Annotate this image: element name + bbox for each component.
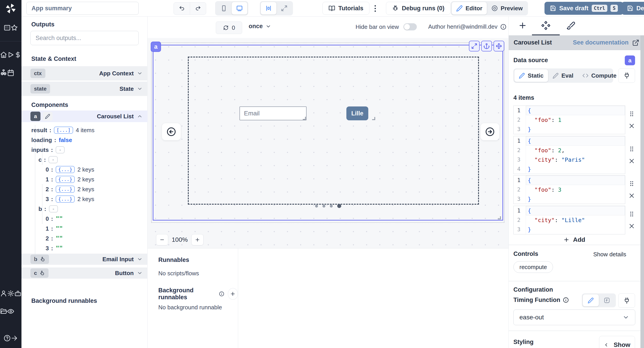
app-summary-input[interactable]: App summary [26, 2, 139, 15]
debug-runs-button[interactable]: Debug runs (0) [386, 2, 450, 15]
line-code[interactable]: } [526, 164, 625, 174]
play-icon[interactable] [7, 51, 14, 58]
star-icon[interactable] [11, 24, 18, 31]
component-badge-a[interactable]: a [30, 112, 40, 121]
mode-static-button[interactable]: Static [514, 69, 548, 82]
carousel-prev-button[interactable] [162, 123, 181, 140]
selected-carousel-component[interactable]: Email Lille [153, 45, 503, 220]
connect-input-button[interactable] [618, 68, 635, 83]
tree-row-3[interactable]: 3:{...}2 keys [46, 194, 94, 204]
component-settings-tab[interactable] [541, 21, 550, 30]
expand-chip[interactable]: {...} [56, 166, 75, 173]
see-documentation-link[interactable]: See documentation [573, 39, 628, 46]
line-code[interactable]: { [526, 206, 625, 216]
center-layout-button[interactable] [261, 2, 276, 14]
editor-tab[interactable]: Editor [452, 2, 487, 14]
hide-bar-toggle[interactable] [404, 23, 417, 30]
carousel-dot-2[interactable] [330, 205, 333, 208]
delete-item-icon[interactable] [628, 223, 635, 229]
resize-handle[interactable] [303, 117, 306, 120]
info-icon[interactable] [563, 297, 569, 303]
item-editor-3[interactable]: 1 {2 "foo": 33 } [514, 175, 625, 204]
timing-function-select[interactable]: ease-out [514, 310, 635, 325]
timing-eval-button[interactable] [599, 294, 615, 306]
carousel-dot-1[interactable] [322, 205, 325, 208]
apps-icon[interactable] [4, 24, 11, 31]
zoom-in-button[interactable] [192, 234, 204, 245]
drag-handle-icon[interactable] [628, 111, 635, 117]
component-row-c[interactable]: c Button [22, 268, 148, 279]
expand-component-button[interactable] [469, 41, 480, 52]
resize-handle[interactable] [372, 117, 375, 120]
line-code[interactable]: "foo": 3 [526, 185, 625, 194]
tree-row-b[interactable]: b:- [38, 204, 58, 214]
windmill-logo-icon[interactable] [5, 3, 16, 14]
expand-chip[interactable]: - [56, 146, 65, 154]
expand-chip[interactable]: - [49, 205, 58, 212]
canvas-email-input[interactable]: Email [240, 106, 306, 120]
info-icon[interactable] [219, 291, 224, 297]
expand-chip[interactable]: {...} [56, 186, 75, 193]
show-details-link[interactable]: Show details [593, 251, 626, 258]
save-draft-button[interactable]: Save draft Ctrl S [544, 2, 623, 15]
desktop-view-button[interactable] [232, 2, 247, 14]
carousel-dots[interactable] [148, 204, 508, 208]
eye-icon[interactable] [7, 308, 14, 315]
panel-scrollbar[interactable] [640, 35, 644, 348]
tree-row-1[interactable]: 1:"" [46, 224, 62, 234]
tree-row-inputs[interactable]: inputs:- [31, 145, 64, 155]
component-selection-badge[interactable]: a [151, 42, 161, 52]
home-icon[interactable] [0, 51, 7, 58]
tree-row-1[interactable]: 1:{...}2 keys [46, 174, 94, 184]
line-code[interactable]: { [526, 106, 625, 115]
carousel-dot-3[interactable] [337, 204, 341, 208]
item-editor-2[interactable]: 1 {2 "foo": 2,3 "city": "Paris"4 } [514, 136, 625, 174]
component-row-b[interactable]: b Email Input [22, 254, 148, 265]
styling-tab[interactable] [566, 21, 575, 30]
tree-row-3[interactable]: 3:"" [46, 243, 62, 253]
show-styling-button[interactable]: Show [599, 336, 635, 348]
delete-item-icon[interactable] [628, 158, 635, 164]
delete-item-icon[interactable] [628, 192, 635, 199]
info-icon[interactable] [500, 24, 506, 30]
folder-icon[interactable] [0, 308, 7, 315]
connect-timing-button[interactable] [618, 294, 635, 308]
move-component-button[interactable] [494, 41, 504, 52]
tree-row-c[interactable]: c:- [38, 155, 58, 164]
tutorials-button[interactable]: Tutorials [322, 2, 370, 15]
user-icon[interactable] [0, 290, 7, 297]
expand-chip[interactable]: {...} [56, 176, 75, 183]
tree-row-2[interactable]: 2:{...}2 keys [46, 184, 94, 194]
expand-chip[interactable]: {...} [56, 196, 75, 203]
external-link-icon[interactable] [632, 39, 639, 46]
tree-row-0[interactable]: 0:"" [46, 214, 62, 224]
tree-row-0[interactable]: 0:{...}2 keys [46, 164, 94, 174]
line-code[interactable]: } [526, 124, 625, 134]
component-badge-b[interactable]: b [30, 254, 49, 264]
carousel-drop-zone[interactable] [188, 56, 479, 205]
expand-chip[interactable]: - [48, 156, 58, 163]
add-item-button[interactable]: Add [514, 236, 635, 243]
mobile-view-button[interactable] [216, 2, 232, 14]
line-code[interactable]: "foo": 2, [526, 146, 625, 155]
undo-button[interactable] [174, 2, 190, 14]
deploy-button[interactable]: Deploy [622, 2, 644, 15]
redo-button[interactable] [190, 2, 206, 14]
boxes-icon[interactable] [0, 69, 7, 76]
tree-row-loading[interactable]: loading:false [31, 135, 72, 145]
carousel-dot-0[interactable] [315, 205, 318, 208]
item-editor-4[interactable]: 1 {2 "city": "Lille"3 } [514, 206, 625, 234]
state-row-state[interactable]: state State [22, 82, 148, 96]
line-code[interactable]: "city": "Paris" [526, 155, 625, 164]
insert-component-tab[interactable] [518, 21, 527, 30]
expand-chip[interactable]: [...] [54, 126, 73, 134]
tree-row-result[interactable]: result:[...]4 items [31, 125, 94, 135]
line-code[interactable]: { [526, 176, 625, 185]
tree-row-2[interactable]: 2:"" [46, 234, 62, 243]
help-icon[interactable] [4, 334, 11, 342]
schedule-dropdown[interactable]: once [249, 23, 271, 30]
more-menu-icon[interactable] [371, 4, 380, 13]
line-code[interactable]: "foo": 1 [526, 115, 625, 124]
gear-icon[interactable] [7, 290, 14, 297]
drag-handle-icon[interactable] [628, 146, 635, 152]
